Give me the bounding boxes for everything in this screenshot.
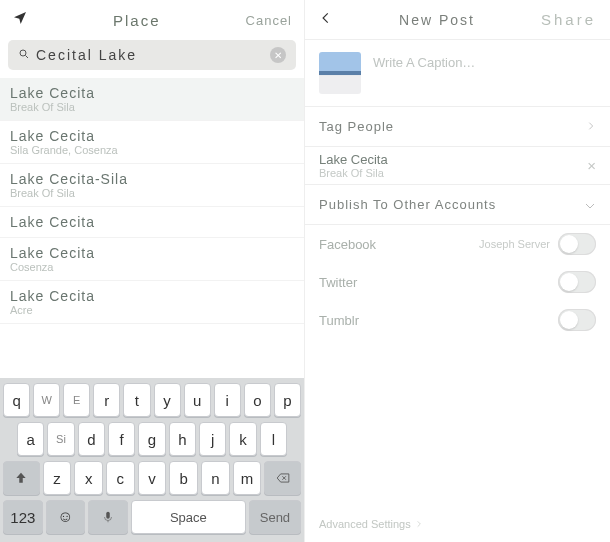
clear-icon[interactable]: ✕ bbox=[270, 47, 286, 63]
key-g[interactable]: g bbox=[138, 422, 165, 456]
key-u[interactable]: u bbox=[184, 383, 211, 417]
key-symbols[interactable]: 123 bbox=[3, 500, 43, 534]
chevron-left-icon bbox=[319, 11, 333, 25]
places-list: Lake Cecita Break Of Sila Lake Cecita Si… bbox=[0, 78, 304, 378]
header: Place Cancel bbox=[0, 0, 304, 40]
account-row-facebook: Facebook Joseph Server bbox=[305, 225, 610, 263]
key-i[interactable]: i bbox=[214, 383, 241, 417]
key-c[interactable]: c bbox=[106, 461, 135, 495]
key-f[interactable]: f bbox=[108, 422, 135, 456]
location-row[interactable]: Lake Cecita Break Of Sila × bbox=[305, 147, 610, 185]
key-w[interactable]: W bbox=[33, 383, 60, 417]
emoji-icon: ☺ bbox=[57, 508, 73, 526]
svg-line-1 bbox=[26, 56, 29, 59]
tag-people-row[interactable]: Tag People bbox=[305, 107, 610, 147]
publish-accounts-row[interactable]: Publish To Other Accounts bbox=[305, 185, 610, 225]
list-item[interactable]: Lake Cecita bbox=[0, 207, 304, 238]
key-space[interactable]: Space bbox=[131, 500, 246, 534]
key-emoji[interactable]: ☺ bbox=[46, 500, 86, 534]
key-q[interactable]: q bbox=[3, 383, 30, 417]
key-shift[interactable] bbox=[3, 461, 40, 495]
search-field[interactable] bbox=[30, 47, 270, 63]
list-item[interactable]: Lake Cecita Sila Grande, Cosenza bbox=[0, 121, 304, 164]
new-post-screen: New Post Share Write A Caption… Tag Peop… bbox=[305, 0, 610, 542]
key-b[interactable]: b bbox=[169, 461, 198, 495]
header: New Post Share bbox=[305, 0, 610, 40]
cancel-button[interactable]: Cancel bbox=[246, 13, 292, 28]
key-r[interactable]: r bbox=[93, 383, 120, 417]
key-v[interactable]: v bbox=[138, 461, 167, 495]
chevron-right-icon bbox=[586, 118, 596, 136]
account-row-twitter: Twitter bbox=[305, 263, 610, 301]
list-item[interactable]: Lake Cecita Acre bbox=[0, 281, 304, 324]
key-a[interactable]: a bbox=[17, 422, 44, 456]
key-n[interactable]: n bbox=[201, 461, 230, 495]
key-j[interactable]: j bbox=[199, 422, 226, 456]
share-button[interactable]: Share bbox=[541, 11, 596, 28]
key-backspace[interactable] bbox=[264, 461, 301, 495]
back-button[interactable] bbox=[319, 11, 333, 29]
search-icon bbox=[18, 46, 30, 64]
search-input[interactable]: ✕ bbox=[8, 40, 296, 70]
key-m[interactable]: m bbox=[233, 461, 262, 495]
caption-row: Write A Caption… bbox=[305, 40, 610, 107]
list-item[interactable]: Lake Cecita Break Of Sila bbox=[0, 78, 304, 121]
key-k[interactable]: k bbox=[229, 422, 256, 456]
svg-point-0 bbox=[20, 50, 26, 56]
key-t[interactable]: t bbox=[123, 383, 150, 417]
key-h[interactable]: h bbox=[169, 422, 196, 456]
page-title: Place bbox=[113, 12, 161, 29]
remove-location-button[interactable]: × bbox=[587, 157, 596, 174]
account-row-tumblr: Tumblr bbox=[305, 301, 610, 339]
mic-icon bbox=[100, 510, 116, 524]
list-item[interactable]: Lake Cecita Cosenza bbox=[0, 238, 304, 281]
chevron-down-icon bbox=[584, 196, 596, 214]
toggle-tumblr[interactable] bbox=[558, 309, 596, 331]
backspace-icon bbox=[275, 471, 291, 485]
key-e[interactable]: E bbox=[63, 383, 90, 417]
key-l[interactable]: l bbox=[260, 422, 287, 456]
advanced-settings-link[interactable]: Advanced Settings bbox=[305, 506, 610, 542]
toggle-twitter[interactable] bbox=[558, 271, 596, 293]
key-s[interactable]: Si bbox=[47, 422, 74, 456]
key-x[interactable]: x bbox=[74, 461, 103, 495]
key-send[interactable]: Send bbox=[249, 500, 301, 534]
key-y[interactable]: y bbox=[154, 383, 181, 417]
shift-icon bbox=[13, 471, 29, 485]
page-title: New Post bbox=[399, 12, 475, 28]
caption-input[interactable]: Write A Caption… bbox=[373, 52, 475, 70]
list-item[interactable]: Lake Cecita-Sila Break Of Sila bbox=[0, 164, 304, 207]
keyboard: q W E r t y u i o p a Si d f g h j k l z bbox=[0, 378, 304, 542]
location-icon[interactable] bbox=[12, 10, 28, 30]
key-o[interactable]: o bbox=[244, 383, 271, 417]
key-p[interactable]: p bbox=[274, 383, 301, 417]
chevron-right-icon bbox=[415, 520, 423, 528]
key-mic[interactable] bbox=[88, 500, 128, 534]
key-d[interactable]: d bbox=[78, 422, 105, 456]
post-thumbnail[interactable] bbox=[319, 52, 361, 94]
key-z[interactable]: z bbox=[43, 461, 72, 495]
place-search-screen: Place Cancel ✕ Lake Cecita Break Of Sila… bbox=[0, 0, 305, 542]
toggle-facebook[interactable] bbox=[558, 233, 596, 255]
svg-rect-2 bbox=[106, 512, 110, 519]
